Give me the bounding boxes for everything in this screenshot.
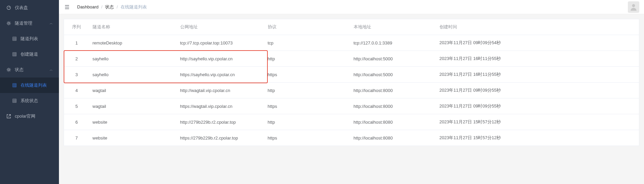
cell-created: 2023年11月27日 09时09分55秒 bbox=[436, 98, 639, 114]
cell-protocol: tcp bbox=[264, 35, 350, 51]
cell-created: 2023年11月27日 09时09分55秒 bbox=[436, 83, 639, 98]
svg-rect-3 bbox=[13, 53, 17, 56]
table-row: 4wagtailhttp://wagtail.vip.cpolar.cnhttp… bbox=[64, 83, 639, 98]
cell-name: wagtail bbox=[89, 83, 177, 98]
cell-protocol: http bbox=[264, 114, 350, 130]
breadcrumb-item[interactable]: 状态 bbox=[105, 4, 114, 10]
cell-local: http://localhost:8000 bbox=[350, 83, 436, 98]
sidebar-item-label: 仪表盘 bbox=[15, 5, 28, 11]
svg-rect-6 bbox=[13, 99, 17, 103]
cell-name: sayhello bbox=[89, 51, 177, 67]
table-row: 1remoteDesktoptcp://7.tcp.cpolar.top:100… bbox=[64, 35, 639, 51]
cell-created: 2023年11月27日 09时09分54秒 bbox=[436, 35, 639, 51]
chevron-up-icon: ︿ bbox=[50, 67, 53, 72]
cell-name: wagtail bbox=[89, 98, 177, 114]
dashboard-icon bbox=[6, 5, 11, 10]
col-header-created: 创建时间 bbox=[436, 19, 639, 35]
table-row: 3sayhellohttps://sayhello.vip.cpolar.cnh… bbox=[64, 67, 639, 83]
cell-seq: 5 bbox=[64, 98, 89, 114]
grid-icon bbox=[12, 36, 17, 41]
col-header-local: 本地地址 bbox=[350, 19, 436, 35]
cell-protocol: http bbox=[264, 51, 350, 67]
gear-icon bbox=[6, 21, 11, 26]
cell-url: http://wagtail.vip.cpolar.cn bbox=[177, 83, 264, 98]
sidebar-item-label: cpolar官网 bbox=[15, 113, 35, 119]
sidebar-item-create-tunnel[interactable]: 创建隧道 bbox=[0, 47, 59, 62]
sidebar-item-label: 隧道管理 bbox=[15, 20, 32, 26]
gear-icon bbox=[6, 67, 11, 72]
col-header-name: 隧道名称 bbox=[89, 19, 177, 35]
breadcrumb-item-current: 在线隧道列表 bbox=[121, 4, 147, 10]
breadcrumb: Dashboard / 状态 / 在线隧道列表 bbox=[77, 4, 147, 10]
table-row: 7websitehttps://279b229b.r2.cpolar.topht… bbox=[64, 130, 639, 146]
col-header-protocol: 协议 bbox=[264, 19, 350, 35]
breadcrumb-separator: / bbox=[101, 4, 103, 9]
cell-name: sayhello bbox=[89, 67, 177, 83]
tunnels-table: 序列 隧道名称 公网地址 协议 本地地址 创建时间 1remoteDesktop… bbox=[64, 19, 639, 146]
sidebar-item-online-tunnels[interactable]: 在线隧道列表 bbox=[0, 78, 59, 93]
sidebar-item-system-status[interactable]: 系统状态 bbox=[0, 93, 59, 109]
menu-toggle-icon[interactable] bbox=[64, 4, 70, 10]
sidebar-item-label: 隧道列表 bbox=[21, 36, 38, 42]
sidebar-item-status[interactable]: 状态 ︿ bbox=[0, 62, 59, 78]
table-row: 5wagtailhttps://wagtail.vip.cpolar.cnhtt… bbox=[64, 98, 639, 114]
cell-protocol: https bbox=[264, 130, 350, 146]
grid-icon bbox=[12, 98, 17, 103]
cell-local: http://localhost:8080 bbox=[350, 130, 436, 146]
table-row: 6websitehttp://279b229b.r2.cpolar.tophtt… bbox=[64, 114, 639, 130]
svg-rect-2 bbox=[13, 37, 17, 41]
svg-point-1 bbox=[8, 22, 9, 24]
svg-point-7 bbox=[632, 4, 635, 7]
topbar: Dashboard / 状态 / 在线隧道列表 bbox=[59, 0, 644, 14]
cell-seq: 7 bbox=[64, 130, 89, 146]
cell-url: https://sayhello.vip.cpolar.cn bbox=[177, 67, 264, 83]
table-header-row: 序列 隧道名称 公网地址 协议 本地地址 创建时间 bbox=[64, 19, 639, 35]
col-header-url: 公网地址 bbox=[177, 19, 264, 35]
cell-url: https://wagtail.vip.cpolar.cn bbox=[177, 98, 264, 114]
svg-rect-5 bbox=[13, 84, 17, 87]
cell-protocol: https bbox=[264, 67, 350, 83]
cell-seq: 2 bbox=[64, 51, 89, 67]
cell-url: http://279b229b.r2.cpolar.top bbox=[177, 114, 264, 130]
cell-seq: 1 bbox=[64, 35, 89, 51]
cell-local: http://localhost:8000 bbox=[350, 98, 436, 114]
cell-seq: 4 bbox=[64, 83, 89, 98]
cell-local: http://localhost:8080 bbox=[350, 114, 436, 130]
cell-created: 2023年11月27日 15时57分12秒 bbox=[436, 130, 639, 146]
sidebar-item-cpolar-site[interactable]: cpolar官网 bbox=[0, 109, 59, 124]
table-wrapper: 序列 隧道名称 公网地址 协议 本地地址 创建时间 1remoteDesktop… bbox=[64, 19, 639, 146]
cell-url: https://279b229b.r2.cpolar.top bbox=[177, 130, 264, 146]
breadcrumb-separator: / bbox=[117, 4, 118, 9]
col-header-seq: 序列 bbox=[64, 19, 89, 35]
cell-local: http://localhost:5000 bbox=[350, 51, 436, 67]
cell-url: http://sayhello.vip.cpolar.cn bbox=[177, 51, 264, 67]
sidebar-item-label: 系统状态 bbox=[21, 98, 38, 104]
cell-name: website bbox=[89, 130, 177, 146]
breadcrumb-item[interactable]: Dashboard bbox=[77, 4, 99, 9]
cell-protocol: http bbox=[264, 83, 350, 98]
sidebar: 仪表盘 隧道管理 ︿ 隧道列表 创建隧道 状态 ︿ 在线隧道列表 系统状态 bbox=[0, 0, 59, 184]
sidebar-item-label: 创建隧道 bbox=[21, 51, 38, 57]
cell-url: tcp://7.tcp.cpolar.top:10073 bbox=[177, 35, 264, 51]
cell-seq: 3 bbox=[64, 67, 89, 83]
sidebar-item-label: 在线隧道列表 bbox=[21, 82, 47, 88]
cell-created: 2023年11月27日 16时11分55秒 bbox=[436, 67, 639, 83]
cell-created: 2023年11月27日 15时57分12秒 bbox=[436, 114, 639, 130]
cell-name: website bbox=[89, 114, 177, 130]
cell-protocol: https bbox=[264, 98, 350, 114]
external-link-icon bbox=[6, 114, 11, 119]
sidebar-item-tunnel-list[interactable]: 隧道列表 bbox=[0, 31, 59, 47]
svg-point-4 bbox=[8, 69, 9, 70]
sidebar-item-label: 状态 bbox=[15, 67, 24, 73]
sidebar-item-tunnel-mgmt[interactable]: 隧道管理 ︿ bbox=[0, 16, 59, 31]
user-avatar[interactable] bbox=[628, 1, 639, 13]
grid-icon bbox=[12, 83, 17, 88]
cell-local: http://localhost:5000 bbox=[350, 67, 436, 83]
table-row: 2sayhellohttp://sayhello.vip.cpolar.cnht… bbox=[64, 51, 639, 67]
chevron-up-icon: ︿ bbox=[50, 21, 53, 26]
cell-created: 2023年11月27日 16时11分55秒 bbox=[436, 51, 639, 67]
cell-seq: 6 bbox=[64, 114, 89, 130]
cell-name: remoteDesktop bbox=[89, 35, 177, 51]
cell-local: tcp://127.0.0.1:3389 bbox=[350, 35, 436, 51]
sidebar-item-dashboard[interactable]: 仪表盘 bbox=[0, 0, 59, 16]
